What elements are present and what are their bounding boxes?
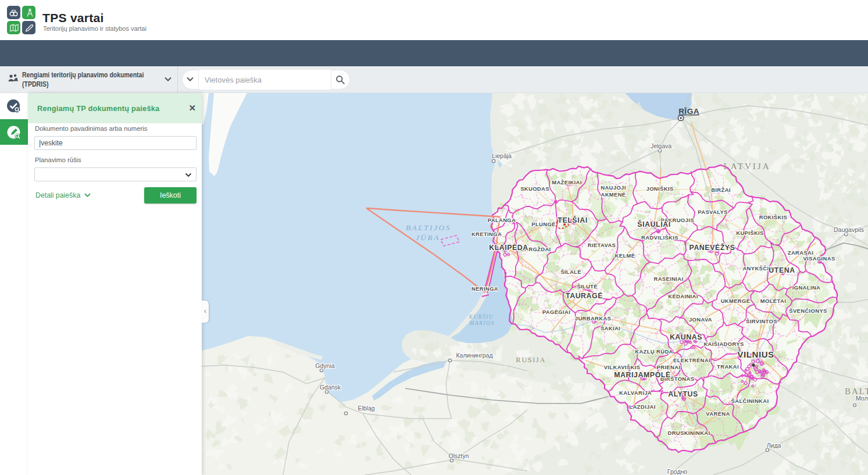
svg-text:PLUNGĖ: PLUNGĖ bbox=[531, 221, 555, 227]
svg-text:ROKIŠKIS: ROKIŠKIS bbox=[759, 214, 788, 220]
svg-text:Jelgava: Jelgava bbox=[651, 142, 671, 149]
svg-text:UKMERGĖ: UKMERGĖ bbox=[721, 298, 751, 304]
svg-text:BIRŽAI: BIRŽAI bbox=[711, 187, 731, 193]
svg-text:VILKAVIŠKIS: VILKAVIŠKIS bbox=[604, 364, 641, 370]
svg-text:PRIENAI: PRIENAI bbox=[657, 364, 681, 370]
svg-text:KRETINGA: KRETINGA bbox=[471, 231, 502, 237]
svg-text:Калининград: Калининград bbox=[456, 352, 492, 359]
svg-text:ŠILUTĖ: ŠILUTĖ bbox=[577, 283, 598, 290]
svg-text:TELŠIAI: TELŠIAI bbox=[558, 216, 587, 224]
svg-text:ŠVENČIONYS: ŠVENČIONYS bbox=[789, 308, 827, 314]
svg-text:ŠALČININKAI: ŠALČININKAI bbox=[731, 398, 769, 404]
svg-text:TRAKAI: TRAKAI bbox=[717, 363, 739, 370]
svg-text:Gdynia: Gdynia bbox=[315, 362, 334, 369]
svg-text:JURBARKAS: JURBARKAS bbox=[575, 315, 611, 322]
svg-text:KAUNAS: KAUNAS bbox=[670, 333, 702, 341]
svg-text:ŠILALĖ: ŠILALĖ bbox=[560, 269, 581, 275]
svg-text:Olsztyn: Olsztyn bbox=[448, 452, 469, 459]
svg-text:MARIOS: MARIOS bbox=[469, 320, 494, 326]
svg-text:JONAVA: JONAVA bbox=[689, 316, 712, 323]
svg-text:DRUSKININKAI: DRUSKININKAI bbox=[667, 430, 710, 436]
svg-text:RĪGA: RĪGA bbox=[678, 107, 699, 116]
svg-text:Daugavpils: Daugavpils bbox=[834, 226, 864, 233]
svg-text:UTENA: UTENA bbox=[769, 266, 795, 274]
svg-text:KALVARIJA: KALVARIJA bbox=[619, 390, 652, 396]
svg-text:Лида: Лида bbox=[767, 442, 781, 449]
svg-text:KUPIŠKIS: KUPIŠKIS bbox=[736, 230, 763, 236]
svg-text:MARIJAMPOLĖ: MARIJAMPOLĖ bbox=[614, 370, 670, 379]
svg-text:LAZDIJAI: LAZDIJAI bbox=[629, 403, 655, 410]
svg-text:VISAGINAS: VISAGINAS bbox=[803, 255, 835, 262]
svg-text:VILNIUS: VILNIUS bbox=[737, 349, 774, 359]
svg-text:ŠIRVINTOS: ŠIRVINTOS bbox=[746, 318, 777, 324]
svg-text:Elbląg: Elbląg bbox=[358, 405, 374, 412]
svg-text:NAUJOJI: NAUJOJI bbox=[601, 184, 626, 191]
svg-text:KĖDAINIAI: KĖDAINIAI bbox=[668, 293, 698, 299]
svg-text:KLAIPĖDA: KLAIPĖDA bbox=[489, 243, 528, 252]
svg-text:PANEVĖŽYS: PANEVĖŽYS bbox=[690, 243, 735, 252]
svg-text:PAGĖGIAI: PAGĖGIAI bbox=[542, 309, 570, 315]
svg-text:LATVIJA: LATVIJA bbox=[724, 162, 771, 171]
svg-text:ŠIAULIAI: ŠIAULIAI bbox=[637, 220, 670, 228]
svg-text:ELEKTRĖNAI: ELEKTRĖNAI bbox=[673, 357, 710, 363]
svg-text:PASVALYS: PASVALYS bbox=[698, 209, 727, 215]
svg-text:ŠAKIAI: ŠAKIAI bbox=[601, 325, 620, 331]
svg-text:Liepāja: Liepāja bbox=[492, 152, 512, 159]
svg-text:JONIŠKIS: JONIŠKIS bbox=[646, 185, 674, 192]
svg-text:MAŽEIKIAI: MAŽEIKIAI bbox=[552, 179, 582, 185]
svg-text:KAZLŲ RŪDA: KAZLŲ RŪDA bbox=[635, 348, 673, 355]
svg-text:SKUODAS: SKUODAS bbox=[520, 185, 549, 192]
svg-text:Гродно: Гродно bbox=[667, 468, 687, 475]
svg-text:RIETAVAS: RIETAVAS bbox=[588, 242, 616, 248]
svg-text:MOLĖTAI: MOLĖTAI bbox=[760, 298, 786, 304]
svg-text:ALYTUS: ALYTUS bbox=[668, 390, 698, 398]
svg-text:AKMENĖ: AKMENĖ bbox=[601, 191, 626, 198]
svg-text:RASEINIAI: RASEINIAI bbox=[653, 276, 683, 282]
svg-text:BALTARUSIJA: BALTARUSIJA bbox=[845, 387, 868, 396]
svg-text:BALTIJOS: BALTIJOS bbox=[406, 223, 451, 232]
svg-text:TAURAGĖ: TAURAGĖ bbox=[566, 291, 603, 300]
svg-text:RADVILIŠKIS: RADVILIŠKIS bbox=[641, 234, 678, 241]
svg-text:NERINGA: NERINGA bbox=[471, 285, 498, 292]
svg-text:KURŠIU: KURŠIU bbox=[469, 313, 494, 320]
svg-text:KELMĖ: KELMĖ bbox=[615, 252, 635, 259]
svg-text:ZARASAI: ZARASAI bbox=[788, 249, 813, 256]
svg-text:VARĖNA: VARĖNA bbox=[706, 410, 730, 417]
svg-text:IGNALINA: IGNALINA bbox=[792, 284, 821, 291]
svg-text:KAIŠIADORYS: KAIŠIADORYS bbox=[703, 341, 744, 347]
svg-text:JŪRA: JŪRA bbox=[416, 233, 440, 242]
svg-text:PALANGA: PALANGA bbox=[488, 217, 516, 223]
svg-text:RUSIJA: RUSIJA bbox=[516, 356, 545, 364]
svg-text:Gdańsk: Gdańsk bbox=[320, 384, 341, 391]
